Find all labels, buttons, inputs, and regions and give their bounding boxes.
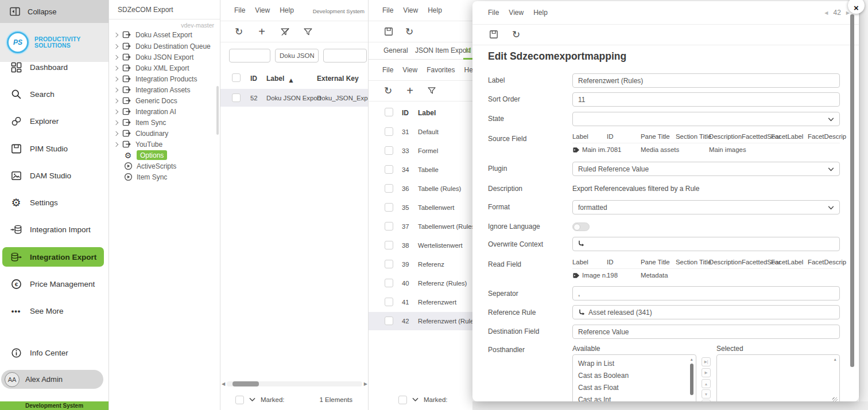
sidebar-item-search[interactable]: Search	[0, 84, 108, 104]
tree-item-options[interactable]: ⚙ Options	[123, 150, 167, 161]
sidebar-item-dam-studio[interactable]: DAM Studio	[0, 166, 108, 185]
sidebar-item-info-center[interactable]: Info Center	[0, 343, 108, 362]
reference-rule-picker[interactable]: Asset released (341)	[572, 305, 840, 319]
move-all-right-button[interactable]: ▶|	[702, 357, 711, 366]
row-checkbox[interactable]	[385, 260, 393, 268]
tree-item-integration-products[interactable]: Integration Products	[113, 73, 197, 84]
refresh-button[interactable]: ↻	[383, 85, 393, 96]
row-checkbox[interactable]	[385, 298, 393, 306]
move-down-button[interactable]: ▼	[702, 389, 711, 399]
pager-next-icon[interactable]: ▶	[846, 10, 850, 15]
tab-json-item-export[interactable]: JSON Item Export	[415, 46, 471, 54]
row-checkbox[interactable]	[385, 146, 393, 155]
mapping-row-34[interactable]: 34Tabelle	[369, 161, 473, 179]
tree-item-cloudinary[interactable]: Cloudinary	[113, 128, 168, 139]
chevron-right-icon[interactable]	[114, 76, 118, 81]
resize-handle[interactable]	[832, 397, 838, 401]
mapping-row-39[interactable]: 39Referenz	[369, 255, 473, 274]
seperator-input[interactable]	[572, 286, 840, 300]
column-id[interactable]: ID	[402, 109, 409, 117]
destination-field-input[interactable]	[572, 325, 840, 339]
save-button[interactable]	[383, 26, 394, 37]
scroll-left-icon[interactable]: ◀	[222, 381, 225, 386]
chevron-right-icon[interactable]	[114, 65, 118, 70]
mapping-row-40[interactable]: 40Referenz (Rules)	[369, 274, 473, 292]
column-id[interactable]: ID	[250, 75, 257, 83]
row-checkbox[interactable]	[385, 317, 393, 325]
menu-help[interactable]: Help	[280, 6, 294, 14]
pager-prev-icon[interactable]: ◀	[824, 10, 828, 15]
app-logo[interactable]: PS PRODUCTIVITY SOLUTIONS	[0, 23, 108, 62]
tree-item-integration-assets[interactable]: Integration Assets	[113, 84, 190, 95]
scroll-up-icon[interactable]: ▲	[834, 357, 837, 361]
marked-checkbox[interactable]	[398, 396, 407, 404]
column-external-key[interactable]: External Key	[317, 75, 359, 83]
select-all-checkbox[interactable]	[232, 73, 241, 82]
chevron-down-icon[interactable]	[412, 397, 418, 402]
sidebar-item-integration-export[interactable]: Integration Export	[2, 247, 104, 267]
chevron-right-icon[interactable]	[114, 142, 118, 146]
mapping-row-37[interactable]: 37Tabellenwert (Rules)	[369, 217, 473, 236]
row-checkbox[interactable]	[385, 127, 393, 136]
list-item[interactable]: Wrap in List	[573, 357, 696, 369]
add-button[interactable]: +	[257, 26, 267, 37]
list-item[interactable]: Cast as Float	[573, 381, 696, 393]
sidebar-item-explorer[interactable]: Explorer	[0, 111, 108, 131]
scrollbar-thumb[interactable]	[690, 364, 693, 395]
refresh-button[interactable]: ↻	[234, 26, 244, 37]
sidebar-item-settings[interactable]: ⚙ Settings	[0, 193, 108, 212]
sidebar-item-see-more[interactable]: ••• See More	[0, 301, 108, 321]
filter-button[interactable]	[427, 85, 437, 96]
chevron-right-icon[interactable]	[114, 131, 118, 135]
move-up-button[interactable]: ▲	[702, 379, 711, 388]
mapping-row-31[interactable]: 31Default	[369, 123, 473, 141]
menu-view[interactable]: View	[402, 66, 417, 74]
row-checkbox[interactable]	[385, 241, 393, 249]
add-button[interactable]: +	[405, 85, 415, 96]
tree-item-item-sync[interactable]: Item Sync	[113, 117, 166, 128]
menu-help[interactable]: Help	[533, 9, 548, 17]
label-input[interactable]	[572, 73, 840, 88]
menu-view[interactable]: View	[509, 9, 524, 17]
row-checkbox[interactable]	[385, 279, 393, 287]
mapping-row-42-selected[interactable]: 42Referenzwert (Rules)	[369, 312, 473, 330]
filter-id-input[interactable]	[229, 49, 270, 63]
mapping-row-33[interactable]: 33Formel	[369, 142, 473, 160]
chevron-right-icon[interactable]	[114, 54, 118, 59]
tab-general[interactable]: General	[383, 46, 408, 54]
move-left-button[interactable]: ◀	[702, 400, 711, 401]
sidebar-item-integration-import[interactable]: Integration Import	[0, 220, 108, 239]
mapping-row-36[interactable]: 36Tabelle (Rules)	[369, 179, 473, 198]
chevron-down-icon[interactable]	[249, 397, 255, 402]
scrollbar-track[interactable]	[227, 381, 362, 386]
selected-listbox[interactable]: ▲	[716, 354, 840, 401]
row-checkbox[interactable]	[385, 165, 393, 174]
column-label[interactable]: Label	[266, 75, 284, 83]
clear-filter-button[interactable]	[280, 26, 290, 37]
user-menu[interactable]: AA Alex Admin	[1, 370, 103, 389]
tree-item-doku-xml-export[interactable]: Doku XML Export	[113, 63, 189, 73]
save-button[interactable]	[489, 29, 499, 40]
plugin-select[interactable]: Ruled Reference Value	[572, 162, 840, 176]
sort-order-input[interactable]	[572, 92, 840, 107]
export-row-52[interactable]: 52 Doku JSON Export Doku_JSON_Export	[220, 89, 369, 107]
available-listbox[interactable]: Wrap in List Cast as Boolean Cast as Flo…	[572, 354, 696, 401]
mapping-row-41[interactable]: 41Referenzwert	[369, 293, 473, 311]
tree-item-generic-docs[interactable]: Generic Docs	[113, 95, 177, 106]
row-checkbox[interactable]	[385, 184, 393, 193]
menu-view[interactable]: View	[403, 6, 418, 14]
refresh-button[interactable]: ↻	[511, 29, 521, 40]
filter-label-input[interactable]	[275, 49, 319, 63]
chevron-right-icon[interactable]	[114, 44, 118, 48]
collapse-button[interactable]: Collapse	[0, 0, 108, 23]
scrollbar-thumb[interactable]	[232, 381, 259, 386]
menu-view[interactable]: View	[255, 6, 270, 14]
menu-help[interactable]: Help	[428, 6, 442, 14]
row-checkbox[interactable]	[232, 93, 241, 102]
tree-item-doku-asset-export[interactable]: Doku Asset Export	[113, 29, 192, 40]
state-select[interactable]	[572, 112, 840, 126]
menu-file[interactable]: File	[382, 6, 393, 14]
chevron-right-icon[interactable]	[114, 98, 118, 103]
row-checkbox[interactable]	[385, 222, 393, 231]
sidebar-item-pim-studio[interactable]: PIM Studio	[0, 139, 108, 158]
